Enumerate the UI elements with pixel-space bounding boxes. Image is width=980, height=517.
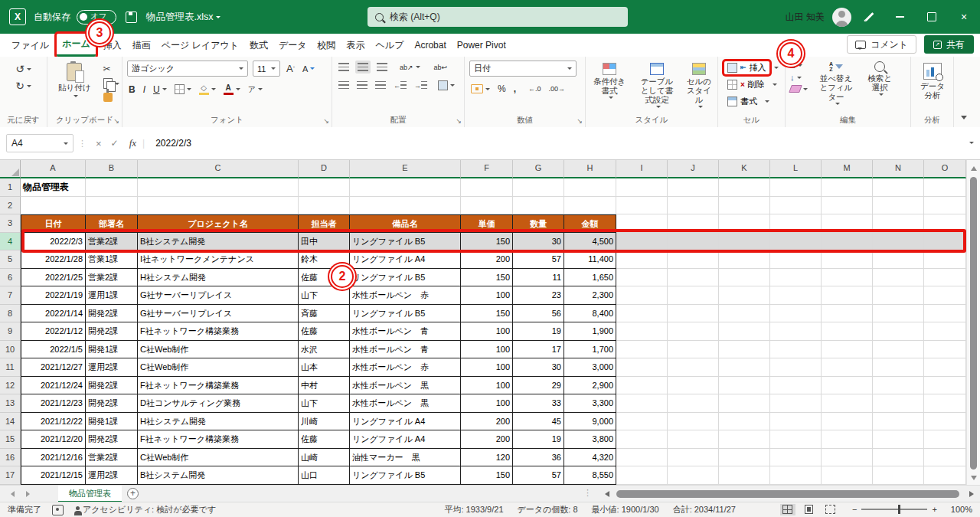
insert-function-icon[interactable]: fx: [123, 137, 142, 149]
cell-M10[interactable]: [822, 341, 873, 359]
format-as-table-button[interactable]: テーブルとして書式設定: [633, 62, 681, 109]
cell-I11[interactable]: [616, 358, 668, 377]
cell-F4[interactable]: 150: [461, 233, 513, 251]
cell-E3[interactable]: 備品名: [350, 214, 461, 233]
cell-A11[interactable]: 2021/12/27: [21, 358, 86, 377]
vertical-scrollbar[interactable]: [966, 160, 980, 485]
cell-J15[interactable]: [668, 430, 719, 449]
excel-app-icon[interactable]: X: [9, 8, 26, 25]
cell-K6[interactable]: [719, 269, 770, 287]
cell-M14[interactable]: [822, 413, 873, 431]
accessibility-status[interactable]: アクセシビリティ: 検討が必要です: [83, 504, 216, 515]
phonetic-guide-button[interactable]: ア: [247, 84, 264, 95]
row-header-4[interactable]: 4: [0, 233, 21, 251]
cell-O15[interactable]: [924, 430, 966, 449]
cell-K1[interactable]: [719, 178, 770, 197]
cell-J2[interactable]: [668, 197, 719, 215]
column-header-H[interactable]: H: [564, 160, 616, 178]
cell-C8[interactable]: G社サーバーリプレイス: [138, 305, 299, 323]
cell-M2[interactable]: [822, 197, 873, 215]
cell-D10[interactable]: 水沢: [299, 341, 350, 359]
cell-B6[interactable]: 営業2課: [86, 269, 138, 287]
ribbon-tab-11[interactable]: Power Pivot: [452, 34, 511, 57]
cell-O6[interactable]: [924, 269, 966, 287]
row-header-14[interactable]: 14: [0, 413, 21, 431]
ribbon-tab-7[interactable]: 校閲: [312, 34, 341, 57]
cell-I13[interactable]: [616, 394, 668, 413]
cell-I17[interactable]: [616, 466, 668, 485]
cell-I16[interactable]: [616, 449, 668, 467]
zoom-out-icon[interactable]: −: [852, 505, 857, 514]
cell-H12[interactable]: 2,900: [564, 377, 616, 395]
zoom-in-icon[interactable]: +: [932, 505, 936, 514]
cell-D1[interactable]: [299, 178, 350, 197]
title-dropdown-icon[interactable]: [216, 16, 220, 18]
cell-F10[interactable]: 100: [461, 341, 513, 359]
cell-G3[interactable]: 数量: [513, 214, 564, 233]
cell-B16[interactable]: 営業2課: [86, 449, 138, 467]
cell-I4[interactable]: [616, 233, 668, 251]
cell-N13[interactable]: [873, 394, 924, 413]
cell-E1[interactable]: [350, 178, 461, 197]
cell-G1[interactable]: [513, 178, 564, 197]
dialog-launcher-icon[interactable]: ↘: [113, 117, 119, 125]
ribbon-tab-8[interactable]: 表示: [341, 34, 371, 57]
align-middle-button[interactable]: [355, 61, 371, 74]
cell-E11[interactable]: 水性ボールペン 赤: [350, 358, 461, 377]
cell-F7[interactable]: 100: [461, 286, 513, 305]
cell-C9[interactable]: F社ネットワーク構築業務: [138, 322, 299, 341]
cell-H1[interactable]: [564, 178, 616, 197]
cell-G15[interactable]: 19: [513, 430, 564, 449]
cell-E10[interactable]: 水性ボールペン 青: [350, 341, 461, 359]
hscroll-right-icon[interactable]: [969, 491, 974, 497]
clear-button[interactable]: [790, 85, 808, 93]
cell-G8[interactable]: 56: [513, 305, 564, 323]
cell-C3[interactable]: プロジェクト名: [138, 214, 299, 233]
cell-M15[interactable]: [822, 430, 873, 449]
cell-I10[interactable]: [616, 341, 668, 359]
dialog-launcher-icon[interactable]: ↘: [577, 117, 583, 125]
share-button[interactable]: ↗ 共有: [924, 35, 974, 54]
cell-N6[interactable]: [873, 269, 924, 287]
cell-G16[interactable]: 36: [513, 449, 564, 467]
column-header-J[interactable]: J: [668, 160, 719, 178]
cell-E9[interactable]: 水性ボールペン 青: [350, 322, 461, 341]
cell-L6[interactable]: [770, 269, 822, 287]
cell-E16[interactable]: 油性マーカー 黒: [350, 449, 461, 467]
cell-O11[interactable]: [924, 358, 966, 377]
column-header-B[interactable]: B: [86, 160, 138, 178]
cell-I2[interactable]: [616, 197, 668, 215]
cell-B15[interactable]: 開発2課: [86, 430, 138, 449]
column-header-A[interactable]: A: [21, 160, 86, 178]
cell-K4[interactable]: [719, 233, 770, 251]
cell-D7[interactable]: 山下: [299, 286, 350, 305]
cell-H8[interactable]: 8,400: [564, 305, 616, 323]
comma-style-button[interactable]: ,: [512, 83, 518, 94]
cell-F2[interactable]: [461, 197, 513, 215]
cell-L10[interactable]: [770, 341, 822, 359]
page-break-view-button[interactable]: [823, 504, 838, 515]
cell-H14[interactable]: 9,000: [564, 413, 616, 431]
cell-G14[interactable]: 45: [513, 413, 564, 431]
cell-E14[interactable]: リングファイル A4: [350, 413, 461, 431]
cell-N12[interactable]: [873, 377, 924, 395]
cell-K11[interactable]: [719, 358, 770, 377]
cell-C12[interactable]: F社ネットワーク構築業務: [138, 377, 299, 395]
cell-E5[interactable]: リングファイル A4: [350, 250, 461, 269]
currency-format-button[interactable]: [469, 84, 492, 93]
decrease-indent-button[interactable]: ←: [392, 81, 408, 90]
row-header-2[interactable]: 2: [0, 197, 21, 215]
cell-N8[interactable]: [873, 305, 924, 323]
conditional-formatting-button[interactable]: 条件付き書式: [586, 62, 633, 109]
cell-F17[interactable]: 150: [461, 466, 513, 485]
vertical-scroll-thumb[interactable]: [970, 177, 977, 470]
grow-font-button[interactable]: Aˆ: [285, 63, 296, 74]
cell-L5[interactable]: [770, 250, 822, 269]
expand-formula-bar-icon[interactable]: [967, 138, 974, 146]
wrap-text-button[interactable]: ab↩: [433, 64, 449, 71]
row-header-15[interactable]: 15: [0, 430, 21, 449]
cell-O5[interactable]: [924, 250, 966, 269]
cell-E6[interactable]: リングファイル B5: [350, 269, 461, 287]
cell-D4[interactable]: 田中: [299, 233, 350, 251]
cell-O3[interactable]: [924, 214, 966, 233]
